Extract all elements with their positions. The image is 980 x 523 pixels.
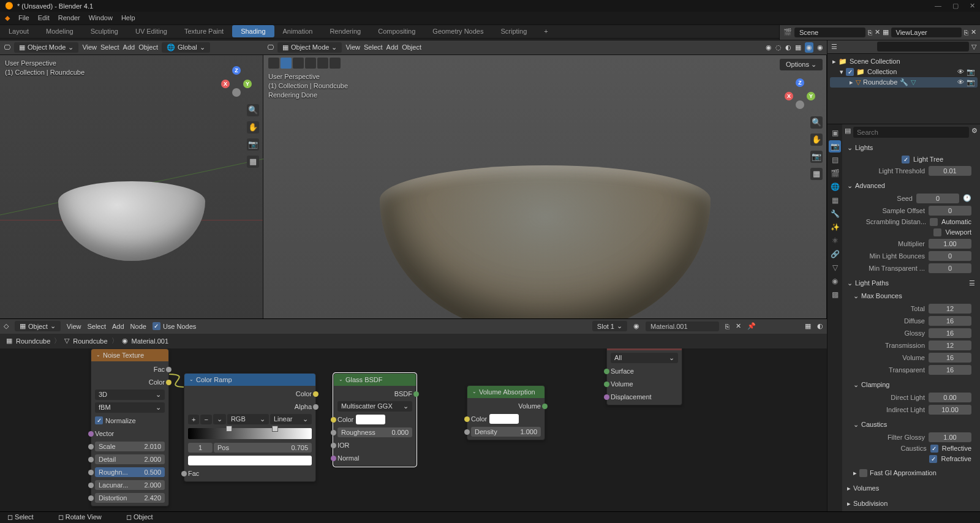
tab-compositing[interactable]: Compositing: [369, 25, 424, 37]
seed[interactable]: 0: [916, 194, 959, 203]
vol-color-swatch[interactable]: [489, 414, 519, 424]
vp2-menu-add[interactable]: Add: [386, 43, 399, 51]
material-new-icon[interactable]: ⎘: [725, 323, 729, 330]
snap-icon[interactable]: ▦: [805, 322, 811, 330]
ramp-index[interactable]: 1: [188, 443, 213, 453]
mode-select[interactable]: ▦Object Mode⌄: [14, 42, 78, 53]
minimize-button[interactable]: —: [935, 2, 941, 10]
node-menu-select[interactable]: Select: [87, 323, 106, 330]
proptab-particle-icon[interactable]: ✨: [829, 221, 841, 233]
grid-icon-2[interactable]: ▦: [810, 168, 823, 180]
mode-select-2[interactable]: ▦Object Mode⌄: [277, 42, 342, 53]
scramble-viewport-check[interactable]: [933, 228, 941, 236]
blender-icon[interactable]: ◆: [5, 14, 10, 22]
proptab-texture-icon[interactable]: ▩: [829, 288, 841, 301]
properties-search[interactable]: [853, 127, 969, 138]
menu-help[interactable]: Help: [121, 14, 135, 21]
vp-menu-add[interactable]: Add: [123, 43, 135, 51]
tab-animation[interactable]: Animation: [274, 25, 322, 37]
shading-wire-icon[interactable]: ◌: [775, 43, 782, 51]
shading-render-icon[interactable]: ◉: [817, 43, 823, 51]
noise-detail[interactable]: Detail2.000: [95, 454, 165, 464]
noise-type[interactable]: fBM⌄: [95, 402, 165, 413]
proptab-modifier-icon[interactable]: 🔧: [829, 208, 841, 220]
zoom-icon-2[interactable]: 🔍: [810, 116, 823, 129]
bounces-transmission[interactable]: 12: [929, 341, 971, 350]
section-clamping[interactable]: ⌄Clamping: [846, 378, 976, 391]
slot-select[interactable]: Slot 1⌄: [592, 321, 627, 331]
seed-anim-icon[interactable]: 🕐: [963, 194, 971, 202]
ramp-menu[interactable]: ⌄: [213, 414, 226, 424]
vp-menu-view[interactable]: View: [82, 43, 97, 51]
bounces-glossy[interactable]: 16: [929, 328, 971, 338]
vp2-menu-object[interactable]: Object: [402, 43, 421, 51]
viewlayer-del-icon[interactable]: ✕: [971, 28, 976, 36]
section-max-bounces[interactable]: ⌄Max Bounces: [846, 290, 976, 303]
props-filter-icon[interactable]: ⚙: [971, 127, 978, 138]
material-icon[interactable]: ◉: [633, 322, 639, 330]
overlay-toggle-icon[interactable]: ◐: [785, 43, 791, 51]
filter-glossy[interactable]: 1.00: [929, 432, 971, 442]
min-light-bounces[interactable]: 0: [929, 251, 971, 261]
breadcrumb-mesh[interactable]: Roundcube: [73, 337, 107, 345]
tab-scripting[interactable]: Scripting: [492, 25, 535, 37]
tab-add[interactable]: +: [535, 25, 556, 37]
camera-icon-2[interactable]: 📷: [810, 151, 823, 163]
scene-icon[interactable]: 🎬: [783, 28, 792, 36]
xray-icon[interactable]: ▦: [795, 43, 801, 51]
pin-icon[interactable]: 📌: [747, 322, 756, 330]
noise-roughness[interactable]: Roughn...0.500: [95, 467, 165, 477]
ramp-remove[interactable]: −: [200, 415, 211, 424]
min-transparent[interactable]: 0: [929, 263, 971, 273]
ramp-pos[interactable]: Pos0.705: [214, 443, 312, 453]
grid-icon[interactable]: ▦: [247, 156, 259, 168]
menu-file[interactable]: File: [18, 14, 29, 21]
section-volumes[interactable]: ▸Volumes: [846, 482, 976, 495]
glass-color-swatch[interactable]: [356, 415, 385, 424]
viewport-options[interactable]: Options ⌄: [780, 59, 823, 70]
overlay-node-icon[interactable]: ◐: [817, 322, 823, 330]
sample-offset[interactable]: 0: [929, 206, 971, 216]
vp2-menu-view[interactable]: View: [345, 43, 360, 51]
normalize-checkbox[interactable]: ✓: [95, 416, 103, 424]
proptab-constraint-icon[interactable]: 🔗: [829, 248, 841, 260]
close-button[interactable]: ✕: [970, 2, 975, 10]
noise-distortion[interactable]: Distortion2.420: [95, 493, 165, 503]
node-volume-absorption[interactable]: ⌄Volume Absorption Volume Color Density1…: [467, 385, 545, 440]
tab-shading[interactable]: Shading: [232, 25, 274, 37]
glass-dist[interactable]: Multiscatter GGX⌄: [337, 401, 412, 412]
proptab-object-icon[interactable]: ▦: [829, 194, 841, 206]
menu-render[interactable]: Render: [58, 14, 80, 21]
vp2-menu-select[interactable]: Select: [364, 43, 383, 51]
proptab-data-icon[interactable]: ▽: [829, 262, 841, 274]
outliner[interactable]: ▸📁Scene Collection ▾✓📁Collection👁📷 ▸▽Rou…: [827, 54, 980, 124]
proptab-scene-icon[interactable]: 🎬: [829, 167, 841, 179]
multiplier[interactable]: 1.00: [929, 239, 971, 249]
props-settings-icon[interactable]: ▤: [845, 127, 851, 138]
outliner-filter-icon[interactable]: ▽: [971, 43, 976, 51]
proptab-viewlayer-icon[interactable]: ▤: [829, 154, 841, 166]
proptab-world-icon[interactable]: 🌐: [829, 181, 841, 193]
proptab-physics-icon[interactable]: ⚛: [829, 235, 841, 247]
outliner-search[interactable]: [877, 42, 969, 51]
out-target[interactable]: All⌄: [611, 353, 678, 363]
noise-dim[interactable]: 3D⌄: [95, 389, 165, 400]
vp-menu-object[interactable]: Object: [138, 43, 158, 51]
menu-window[interactable]: Window: [89, 14, 113, 21]
caustics-refractive-check[interactable]: ✓: [929, 455, 937, 463]
editor-type-icon-2[interactable]: 🖵: [267, 43, 274, 51]
breadcrumb-mat[interactable]: Material.001: [132, 337, 169, 345]
ramp-interp[interactable]: Linear⌄: [270, 414, 312, 424]
node-noise-texture[interactable]: ⌄Noise Texture Fac Color 3D⌄ fBM⌄ ✓Norma…: [91, 348, 169, 506]
pan-icon[interactable]: ✋: [247, 121, 259, 134]
clamp-indirect[interactable]: 10.00: [929, 405, 971, 415]
editor-type-icon[interactable]: 🖵: [4, 43, 10, 51]
bounces-total[interactable]: 12: [929, 304, 971, 314]
caustics-reflective-check[interactable]: ✓: [930, 445, 938, 453]
scene-new-icon[interactable]: ⎘: [868, 29, 872, 36]
menu-edit[interactable]: Edit: [38, 14, 50, 21]
clamp-direct[interactable]: 0.00: [929, 393, 971, 402]
material-unlink-icon[interactable]: ✕: [736, 322, 741, 330]
light-threshold[interactable]: 0.01: [929, 166, 971, 176]
node-type-select[interactable]: ▦Object⌄: [15, 321, 61, 331]
